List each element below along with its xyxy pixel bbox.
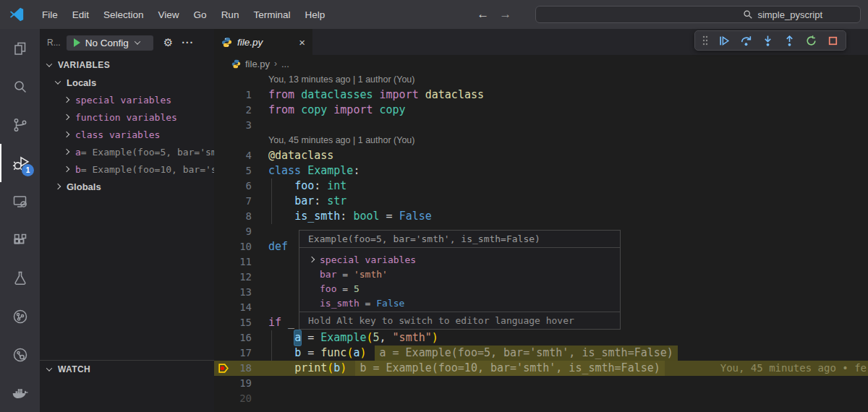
extensions-icon[interactable] (0, 220, 40, 259)
gutter[interactable]: 9 (214, 224, 259, 239)
gutter[interactable]: 14 (214, 300, 259, 315)
tree-item-special-variables[interactable]: special variables (40, 91, 214, 108)
code-token: import (333, 103, 379, 118)
code-token: dataclasses (301, 87, 379, 103)
codelens[interactable]: You, 13 minutes ago | 1 author (You) (259, 72, 414, 87)
code-line[interactable]: b = func(a)a = Example(foo=5, bar='smth'… (259, 346, 868, 361)
tooltip-row[interactable]: foo = 5 (299, 281, 620, 296)
code-token: ( (346, 346, 353, 361)
back-button[interactable]: ← (477, 7, 489, 22)
watch-header[interactable]: WATCH (40, 361, 214, 378)
menu-go[interactable]: Go (187, 7, 214, 23)
step-into-button[interactable] (762, 35, 774, 47)
gutter[interactable] (214, 133, 259, 148)
code-line[interactable] (259, 391, 868, 406)
menu-terminal[interactable]: Terminal (246, 7, 297, 23)
menu-run[interactable]: Run (214, 7, 247, 23)
menu-selection[interactable]: Selection (96, 7, 151, 23)
git-graph-icon[interactable] (0, 297, 40, 335)
code-line[interactable]: bar: str (259, 194, 868, 209)
breadcrumb-file[interactable]: file.py (245, 59, 270, 69)
gutter[interactable]: 2 (214, 103, 259, 118)
code-line[interactable]: is_smth: bool = False (259, 209, 868, 224)
step-over-button[interactable] (740, 35, 752, 47)
remote-explorer-icon[interactable] (0, 182, 40, 220)
gutter[interactable]: 7 (214, 194, 259, 209)
menu-help[interactable]: Help (297, 7, 332, 23)
tree-item-class-variables[interactable]: class variables (40, 126, 214, 143)
menu-file[interactable]: File (35, 7, 65, 23)
tooltip-row[interactable]: special variables (299, 252, 620, 267)
testing-icon[interactable] (0, 259, 40, 297)
menu-view[interactable]: View (151, 7, 187, 23)
restart-button[interactable] (805, 35, 817, 47)
drag-handle-icon[interactable] (702, 35, 709, 46)
tree-item-function-variables[interactable]: function variables (40, 108, 214, 126)
codelens[interactable]: You, 45 minutes ago | 1 author (You) (259, 133, 414, 148)
code-line[interactable]: @dataclass (259, 148, 868, 163)
gutter[interactable]: 20 (214, 391, 259, 406)
gutter[interactable]: 16 (214, 330, 259, 346)
tooltip-row[interactable]: is_smth = False (299, 296, 620, 310)
code-line[interactable]: a = Example(5, "smth") (259, 330, 868, 346)
code-line[interactable]: from copy import copy (259, 103, 868, 118)
gutter[interactable] (214, 72, 259, 87)
line-number: 18 (239, 361, 252, 376)
search-box[interactable]: simple_pyscript (535, 6, 861, 23)
code-line[interactable]: class Example: (259, 163, 868, 179)
tree-item-b[interactable]: b = Example(foo=10, bar='s… (40, 160, 214, 178)
gutter[interactable]: 12 (214, 270, 259, 285)
code-line[interactable] (259, 118, 868, 133)
gutter[interactable]: 10 (214, 239, 259, 254)
gutter[interactable]: 3 (214, 118, 259, 133)
stop-button[interactable] (827, 35, 839, 47)
gutter[interactable]: 15 (214, 315, 259, 330)
explorer-icon[interactable] (0, 29, 40, 67)
code-line[interactable]: print(b)b = Example(foo=10, bar='smth', … (259, 361, 868, 376)
tree-item-variables[interactable]: VARIABLES (40, 56, 214, 74)
forward-button[interactable]: → (499, 7, 511, 22)
gutter[interactable]: 18 (214, 361, 259, 376)
breadcrumb[interactable]: file.py › ... (214, 55, 868, 72)
docker-icon[interactable] (0, 374, 40, 412)
run-and-debug-icon[interactable]: 1 (0, 144, 40, 182)
code-token: ) (359, 346, 366, 361)
tree-label: Locals (67, 77, 96, 88)
gear-icon[interactable]: ⚙ (163, 36, 173, 49)
breadcrumb-symbol[interactable]: ... (281, 59, 289, 69)
start-debug-icon[interactable] (74, 38, 80, 47)
search-view-icon[interactable] (0, 67, 40, 106)
gutter[interactable]: 11 (214, 254, 259, 270)
continue-button[interactable] (718, 35, 731, 47)
tooltip-token: = (336, 283, 353, 294)
codelens-row: You, 45 minutes ago | 1 author (You) (214, 133, 868, 148)
tab-file-py[interactable]: file.py × (214, 29, 312, 55)
gutter[interactable]: 4 (214, 148, 259, 163)
source-control-icon[interactable] (0, 106, 40, 144)
tooltip-row[interactable]: bar = 'smth' (299, 267, 620, 281)
code-line[interactable] (259, 376, 868, 391)
more-actions-icon[interactable]: ··· (182, 37, 194, 48)
gutter[interactable]: 8 (214, 209, 259, 224)
step-out-button[interactable] (783, 35, 796, 47)
code-inspect-icon[interactable] (0, 335, 40, 374)
code-line[interactable]: from dataclasses import dataclass (259, 87, 868, 103)
codelens-row: You, 13 minutes ago | 1 author (You) (214, 72, 868, 87)
line-number: 3 (246, 118, 252, 133)
tree-item-a[interactable]: a = Example(foo=5, bar='sm… (40, 143, 214, 160)
gutter[interactable]: 5 (214, 163, 259, 179)
tree-item-globals[interactable]: Globals (40, 178, 214, 195)
gutter[interactable]: 17 (214, 346, 259, 361)
gutter[interactable]: 19 (214, 376, 259, 391)
close-icon[interactable]: × (299, 36, 305, 48)
code-line[interactable]: foo: int (259, 179, 868, 194)
tree-label: function variables (75, 112, 177, 123)
gutter[interactable]: 6 (214, 179, 259, 194)
gutter[interactable]: 1 (214, 87, 259, 103)
variables-tree: VARIABLESLocalsspecial variablesfunction… (40, 56, 214, 195)
code-token: = (301, 330, 320, 346)
menu-edit[interactable]: Edit (65, 7, 96, 23)
tree-item-locals[interactable]: Locals (40, 74, 214, 91)
gutter[interactable]: 13 (214, 285, 259, 300)
launch-config-dropdown[interactable]: No Config (67, 35, 153, 51)
